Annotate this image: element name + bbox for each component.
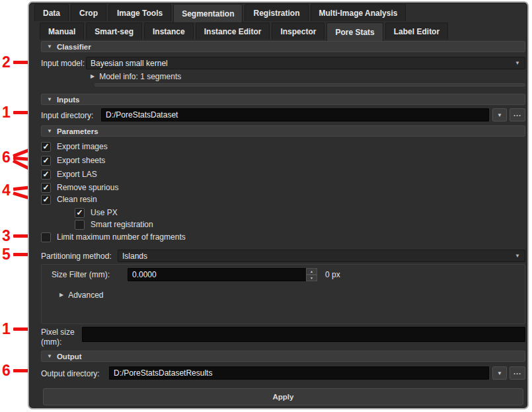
spin-down-button[interactable]: ▼ [306,275,317,281]
checkbox-box[interactable]: ✓ [41,170,51,180]
model-progress-bar [95,83,525,86]
partitioning-method-label: Partitioning method: [41,252,112,261]
advanced-label: Advanced [68,291,103,300]
output-directory-label: Output directory: [41,369,100,378]
input-directory-browse-button[interactable]: ... [510,108,525,121]
checkbox-export-las[interactable]: ✓ Export LAS [41,169,97,180]
annotation-number-6b: 6 [0,364,13,377]
checkbox-clean-resin[interactable]: ✓ Clean resin [41,194,97,205]
apply-button-label: Apply [273,393,294,401]
checkbox-label: Use PX [91,208,118,217]
checkbox-box[interactable]: ✓ [41,142,51,152]
checkbox-label: Export sheets [57,156,105,165]
main-tab-bar: Data Crop Image Tools Segmentation Regis… [34,4,406,21]
checkbox-label: Export LAS [57,170,97,179]
chevron-down-icon: ▼ [497,112,502,118]
annotation-number-1: 1 [0,106,13,119]
tab-image-tools[interactable]: Image Tools [108,4,171,21]
annotation-number-6: 6 [0,151,13,164]
classifier-section-header[interactable]: ▼ Classifier [41,41,525,52]
tab-registration[interactable]: Registration [245,4,308,21]
ellipsis-icon: ... [513,370,521,374]
checkbox-box[interactable]: ✓ [41,156,51,166]
checkbox-label: Limit maximum number of fragments [57,232,186,242]
pixel-size-field[interactable] [82,327,525,342]
checkbox-limit-max-fragments[interactable]: Limit maximum number of fragments [41,232,186,242]
size-filter-value: 0.0000 [132,270,157,279]
checkbox-use-px[interactable]: ✓ Use PX [75,207,118,218]
input-model-combobox[interactable]: Bayesian small kernel ▼ [86,57,525,69]
checkbox-export-images[interactable]: ✓ Export images [41,141,108,152]
tab-pore-stats[interactable]: Pore Stats [326,22,383,41]
input-model-value: Bayesian small kernel [91,59,168,68]
parameters-header-label: Parameters [57,127,98,135]
tab-instance-editor[interactable]: Instance Editor [196,22,270,40]
chevron-down-icon: ▼ [515,253,520,259]
tab-label-editor[interactable]: Label Editor [385,22,448,40]
checkbox-box[interactable] [75,220,85,230]
chevron-down-icon: ▼ [497,370,502,376]
annotation-number-1b: 1 [0,322,13,335]
input-model-label: Input model: [41,59,85,68]
output-header-label: Output [57,353,82,360]
tab-inspector[interactable]: Inspector [272,22,324,40]
output-directory-value: D:/PoreStatsDatasetResults [114,368,212,378]
collapse-icon: ▼ [47,97,52,102]
size-filter-spinbox[interactable]: 0.0000 [128,268,317,281]
tab-smart-seg[interactable]: Smart-seg [86,22,142,40]
partitioning-method-combobox[interactable]: Islands ▼ [118,250,525,262]
arrow-up-icon: ▲ [310,270,313,273]
model-info-expander[interactable]: ▶ Model info: 1 segments [91,72,181,81]
tab-data[interactable]: Data [34,4,69,21]
apply-button[interactable]: Apply [43,388,523,405]
ellipsis-icon: ... [513,112,521,116]
input-directory-label: Input directory: [41,111,93,120]
app-window: Data Crop Image Tools Segmentation Regis… [28,1,529,409]
checkbox-export-sheets[interactable]: ✓ Export sheets [41,155,105,166]
parameters-section-header[interactable]: ▼ Parameters [41,125,525,137]
input-directory-field[interactable]: D:/PoreStatsDataset [101,108,489,121]
input-directory-dropdown-button[interactable]: ▼ [492,108,507,121]
annotation-number-3: 3 [0,229,13,242]
size-filter-label: Size Filter (mm): [52,270,110,279]
annotation-number-5: 5 [0,248,13,261]
expand-icon: ▶ [91,74,95,79]
tab-crop[interactable]: Crop [71,4,106,21]
arrow-down-icon: ▼ [310,277,313,280]
checkbox-smart-registration[interactable]: Smart registration [75,219,153,230]
chevron-down-icon: ▼ [515,60,520,66]
checkbox-box[interactable]: ✓ [41,195,51,205]
spin-up-button[interactable]: ▲ [306,268,317,275]
output-directory-dropdown-button[interactable]: ▼ [492,366,507,380]
output-directory-browse-button[interactable]: ... [510,366,525,380]
pixel-size-label-line2: (mm): [41,337,61,347]
checkbox-box[interactable]: ✓ [75,208,85,218]
model-info-label: Model info: 1 segments [99,72,181,81]
tab-segmentation[interactable]: Segmentation [173,4,243,22]
tab-instance[interactable]: Instance [144,22,194,40]
collapse-icon: ▼ [47,129,52,134]
checkbox-box[interactable] [41,232,51,242]
classifier-header-label: Classifier [57,43,91,51]
checkbox-label: Clean resin [57,195,97,204]
annotation-number-2: 2 [0,55,13,69]
size-filter-px-value: 0 px [325,270,340,279]
expand-icon: ▶ [59,292,63,298]
output-section-header[interactable]: ▼ Output [41,351,525,362]
advanced-expander[interactable]: ▶ Advanced [59,291,104,300]
collapse-icon: ▼ [47,44,52,50]
checkbox-label: Export images [57,142,108,151]
checkbox-label: Smart registration [91,220,153,229]
size-filter-spinner: ▲ ▼ [306,268,317,281]
input-directory-value: D:/PoreStatsDataset [106,110,178,120]
output-directory-field[interactable]: D:/PoreStatsDatasetResults [109,366,489,380]
tab-manual[interactable]: Manual [40,22,84,40]
checkbox-remove-spurious[interactable]: ✓ Remove spurious [41,182,118,193]
inputs-header-label: Inputs [57,96,80,104]
checkbox-box[interactable]: ✓ [41,183,51,193]
tab-multi-image-analysis[interactable]: Multi-Image Analysis [311,4,406,21]
page: 2 1 6 4 3 5 1 6 Data Crop Image Tools Se… [0,0,532,412]
inputs-section-header[interactable]: ▼ Inputs [41,94,525,105]
pixel-size-label-line1: Pixel size [41,327,75,337]
collapse-icon: ▼ [47,354,52,359]
